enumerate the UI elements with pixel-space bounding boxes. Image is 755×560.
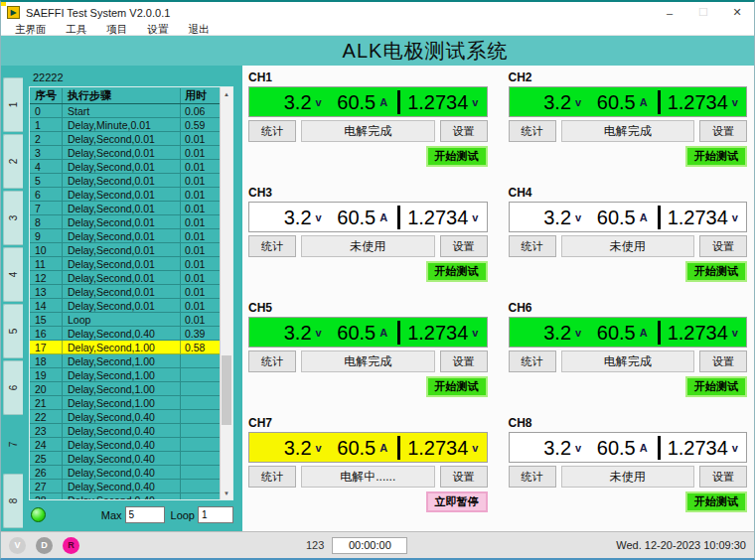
menu-item[interactable]: 工具 [57,23,97,35]
table-row[interactable]: 2 Delay,Second,0.01 0.01 [30,132,220,146]
settings-button[interactable]: 设置 [440,120,488,142]
table-row[interactable]: 26 Delay,Second,0.40 [30,466,220,480]
datetime-readout: Wed. 12-20-2023 10:09:30 [616,539,746,551]
row-time [180,493,220,499]
scrollbar-thumb[interactable] [222,355,231,425]
table-row[interactable]: 0 Start 0.06 [30,104,220,118]
channel-label: CH8 [509,416,748,432]
settings-button[interactable]: 设置 [440,466,488,488]
menu-item[interactable]: 设置 [138,23,179,35]
row-step: Delay,Minute,0.01 [62,118,180,131]
table-row[interactable]: 8 Delay,Second,0.01 0.01 [30,215,220,229]
table-row[interactable]: 20 Delay,Second,1.00 [30,382,220,396]
scroll-up-icon[interactable]: ▲ [221,87,232,100]
row-index: 17 [30,341,62,353]
close-button[interactable]: ✕ [720,3,754,23]
menu-item[interactable]: 退出 [179,23,220,35]
table-row[interactable]: 17 Delay,Second,1.00 0.58 [30,341,220,354]
current-unit: A [379,442,387,454]
maximize-button[interactable]: ☐ [686,3,720,23]
table-row[interactable]: 19 Delay,Second,1.00 [30,368,220,382]
stats-button[interactable]: 统计 [509,350,556,372]
stats-button[interactable]: 统计 [509,120,556,142]
table-row[interactable]: 18 Delay,Second,1.00 [30,354,220,368]
channel-tab[interactable]: 5 [3,304,23,358]
channel-tab[interactable]: 4 [3,247,23,302]
table-row[interactable]: 28 Delay,Second,0.40 [30,493,220,499]
channel-action-row: 立即暂停 [248,491,488,512]
channel-action-button[interactable]: 开始测试 [426,261,488,282]
channel-tab[interactable]: 1 [3,77,23,132]
table-row[interactable]: 16 Delay,Second,0.40 0.39 [30,327,220,341]
table-row[interactable]: 4 Delay,Second,0.01 0.01 [30,160,220,174]
settings-button[interactable]: 设置 [699,350,747,372]
settings-button[interactable]: 设置 [699,466,747,488]
channel-tab[interactable]: 3 [3,191,23,245]
table-row[interactable]: 13 Delay,Second,0.01 0.01 [30,285,220,299]
channel-action-button[interactable]: 开始测试 [426,376,488,397]
settings-button[interactable]: 设置 [699,235,747,257]
channel-status: 电解完成 [301,120,435,142]
table-row[interactable]: 14 Delay,Second,0.01 0.01 [30,299,220,313]
channel-block: CH6 3.2 v 60.5 A 1.2734 v 统计 电解完成 设置 [509,299,748,410]
channel-tab-label: 1 [8,102,19,108]
stats-button[interactable]: 统计 [248,120,296,142]
minimize-button[interactable]: – [653,3,686,23]
settings-button[interactable]: 设置 [440,350,488,372]
table-row[interactable]: 11 Delay,Second,0.01 0.01 [30,257,220,271]
menu-item[interactable]: 项目 [97,23,138,35]
table-row[interactable]: 5 Delay,Second,0.01 0.01 [30,174,220,188]
channel-tab[interactable]: 7 [3,417,23,472]
row-step: Delay,Second,0.01 [62,146,180,159]
channel-action-button[interactable]: 开始测试 [685,261,747,282]
table-row[interactable]: 24 Delay,Second,0.40 [30,438,220,452]
voltage-value: 3.2 [257,208,312,227]
main-area: 1 2 3 4 5 6 7 8 22222 [1,66,754,531]
max-input[interactable] [125,506,165,523]
title-bar: ▶ SAEFFI Test System V2.0.0.1 – ☐ ✕ [1,2,754,23]
current-value: 60.5 [581,323,636,343]
stats-button[interactable]: 统计 [509,466,556,488]
stats-button[interactable]: 统计 [509,235,556,257]
table-row[interactable]: 10 Delay,Second,0.01 0.01 [30,243,220,257]
scrollbar-track[interactable] [221,100,232,487]
channel-tab[interactable]: 6 [3,360,23,415]
table-row[interactable]: 7 Delay,Second,0.01 0.01 [30,202,220,215]
table-row[interactable]: 3 Delay,Second,0.01 0.01 [30,146,220,160]
channel-label: CH3 [248,186,488,202]
channel-tab[interactable]: 8 [3,474,23,528]
table-row[interactable]: 6 Delay,Second,0.01 0.01 [30,188,220,202]
table-scrollbar[interactable]: ▲ ▼ [220,87,232,499]
row-time: 0.01 [180,202,220,214]
status-indicator: R [63,537,79,554]
timer-display[interactable] [332,537,407,554]
menu-bar: 主界面工具项目设置退出 [1,23,754,36]
menu-item[interactable]: 主界面 [5,23,57,35]
settings-button[interactable]: 设置 [699,120,747,142]
channel-tab[interactable]: 2 [3,134,23,189]
table-row[interactable]: 15 Loop 0.01 [30,313,220,327]
table-row[interactable]: 27 Delay,Second,0.40 [30,480,220,493]
stats-button[interactable]: 统计 [248,235,296,257]
table-row[interactable]: 23 Delay,Second,0.40 [30,424,220,438]
row-step: Delay,Second,0.40 [62,452,180,465]
table-row[interactable]: 25 Delay,Second,0.40 [30,452,220,466]
channel-action-button[interactable]: 开始测试 [685,146,747,167]
table-row[interactable]: 22 Delay,Second,0.40 [30,410,220,424]
channel-action-button[interactable]: 开始测试 [426,146,488,167]
channel-action-button[interactable]: 开始测试 [685,491,747,512]
stats-button[interactable]: 统计 [248,466,296,488]
table-row[interactable]: 12 Delay,Second,0.01 0.01 [30,271,220,285]
table-row[interactable]: 9 Delay,Second,0.01 0.01 [30,229,220,243]
channel-action-button[interactable]: 开始测试 [685,376,747,397]
table-row[interactable]: 1 Delay,Minute,0.01 0.59 [30,118,220,132]
row-step: Delay,Second,0.40 [62,410,180,423]
scroll-down-icon[interactable]: ▼ [221,487,232,499]
current-unit: A [379,96,387,108]
channel-action-button[interactable]: 立即暂停 [426,491,488,512]
settings-button[interactable]: 设置 [440,235,488,257]
table-row[interactable]: 21 Delay,Second,1.00 [30,396,220,410]
row-index: 15 [30,313,62,326]
stats-button[interactable]: 统计 [248,350,296,372]
loop-input[interactable] [198,506,233,523]
